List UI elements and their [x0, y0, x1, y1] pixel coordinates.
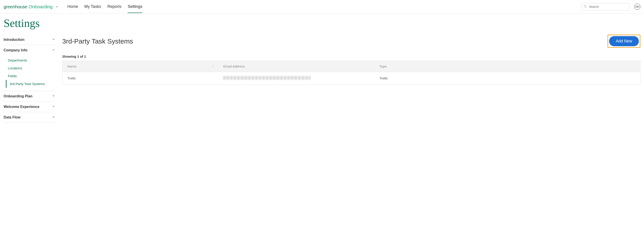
sidebar-section-welcome-experience[interactable]: Welcome Experience	[4, 102, 55, 112]
chevron-down-icon	[52, 115, 55, 119]
svg-line-1	[586, 7, 586, 8]
logo-secondary: Onboarding	[29, 4, 52, 10]
sidebar-section-label: Introduction	[4, 38, 24, 42]
search-icon	[584, 5, 587, 9]
search-input[interactable]	[589, 5, 627, 9]
chevron-down-icon	[52, 105, 55, 109]
sidebar-section-label: Onboarding Plan	[4, 94, 32, 98]
page-title: Settings	[0, 14, 644, 35]
showing-count: Showing 1 of 1	[62, 55, 640, 58]
sidebar-item-departments[interactable]: Departments	[4, 56, 55, 64]
top-bar: greenhouse Onboarding Home My Tasks Repo…	[0, 0, 644, 14]
cell-name: Trello	[62, 72, 218, 85]
sort-asc-icon: ↑	[212, 64, 214, 68]
nav-settings[interactable]: Settings	[128, 0, 142, 13]
table-row[interactable]: Trello Trello	[62, 72, 640, 85]
sidebar-section-label: Data Flow	[4, 115, 20, 119]
sidebar-item-locations[interactable]: Locations	[4, 64, 55, 72]
task-systems-table: Name ↑ Email Address Type Trello Trello	[62, 61, 640, 85]
sidebar: Introduction Company Info Departments Lo…	[4, 35, 55, 123]
column-header-name[interactable]: Name ↑	[62, 61, 218, 72]
chevron-down-icon	[52, 38, 55, 42]
column-label: Type	[379, 64, 387, 68]
logo-primary: greenhouse	[4, 4, 27, 10]
avatar[interactable]: GH	[634, 4, 640, 10]
cell-type: Trello	[374, 72, 640, 85]
nav-reports[interactable]: Reports	[107, 0, 121, 13]
add-new-button[interactable]: Add New	[609, 36, 639, 46]
sidebar-section-company-info[interactable]: Company Info	[4, 45, 55, 55]
column-label: Name	[68, 64, 76, 68]
logo[interactable]: greenhouse Onboarding	[4, 4, 58, 10]
column-header-type[interactable]: Type	[374, 61, 640, 72]
nav-my-tasks[interactable]: My Tasks	[84, 0, 101, 13]
chevron-up-icon	[52, 48, 55, 52]
column-label: Email Address	[223, 64, 245, 68]
sidebar-section-label: Company Info	[4, 48, 28, 52]
sidebar-section-onboarding-plan[interactable]: Onboarding Plan	[4, 91, 55, 101]
svg-point-0	[584, 5, 586, 7]
chevron-down-icon[interactable]	[55, 5, 58, 8]
sidebar-item-3rd-party-task-systems[interactable]: 3rd-Party Task Systems	[6, 80, 55, 88]
main-title: 3rd-Party Task Systems	[62, 38, 133, 45]
cell-email	[218, 72, 374, 85]
search-box[interactable]	[582, 3, 630, 10]
main-content: 3rd-Party Task Systems Add New Showing 1…	[62, 35, 640, 85]
sidebar-item-fields[interactable]: Fields	[4, 72, 55, 80]
nav-home[interactable]: Home	[68, 0, 78, 13]
sidebar-section-label: Welcome Experience	[4, 105, 40, 109]
sidebar-section-introduction[interactable]: Introduction	[4, 35, 55, 45]
sidebar-section-data-flow[interactable]: Data Flow	[4, 112, 55, 123]
redacted-text	[223, 76, 310, 80]
add-new-highlight: Add New	[608, 35, 640, 48]
top-nav: Home My Tasks Reports Settings	[68, 0, 142, 13]
chevron-down-icon	[52, 94, 55, 98]
column-header-email[interactable]: Email Address	[218, 61, 374, 72]
